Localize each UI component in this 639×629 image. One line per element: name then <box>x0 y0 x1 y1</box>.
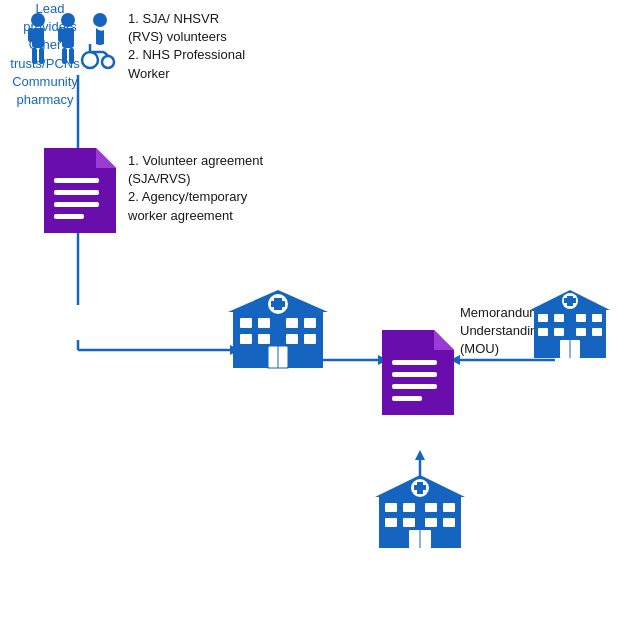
svg-rect-17 <box>39 48 44 64</box>
svg-line-29 <box>104 52 108 56</box>
people-label: 1. SJA/ NHSVR(RVS) volunteers2. NHS Prof… <box>128 10 328 83</box>
svg-rect-62 <box>564 298 576 303</box>
svg-rect-65 <box>576 314 586 322</box>
lead-provider-building <box>228 290 328 374</box>
svg-rect-66 <box>592 314 602 322</box>
svg-rect-47 <box>286 334 298 344</box>
mou-document-icon <box>382 330 454 419</box>
svg-point-12 <box>31 13 45 27</box>
svg-rect-56 <box>392 384 437 389</box>
diagram-container: 1. SJA/ NHSVR(RVS) volunteers2. NHS Prof… <box>0 0 639 629</box>
svg-rect-79 <box>403 503 415 512</box>
svg-rect-68 <box>554 328 564 336</box>
people-icons <box>20 10 120 79</box>
svg-rect-64 <box>554 314 564 322</box>
svg-rect-55 <box>392 372 437 377</box>
svg-rect-67 <box>538 328 548 336</box>
volunteer-document-icon <box>44 148 116 237</box>
svg-rect-44 <box>304 318 316 328</box>
community-pharmacy-building <box>375 475 465 554</box>
svg-rect-15 <box>39 28 44 42</box>
svg-rect-40 <box>271 301 285 307</box>
svg-rect-78 <box>385 503 397 512</box>
svg-rect-70 <box>592 328 602 336</box>
svg-point-26 <box>102 56 114 68</box>
svg-rect-45 <box>240 334 252 344</box>
svg-point-18 <box>61 13 75 27</box>
svg-rect-83 <box>403 518 415 527</box>
svg-rect-82 <box>385 518 397 527</box>
svg-rect-21 <box>69 28 74 42</box>
svg-rect-22 <box>62 48 67 64</box>
svg-rect-80 <box>425 503 437 512</box>
svg-marker-11 <box>415 450 425 460</box>
svg-marker-31 <box>96 148 116 168</box>
svg-rect-85 <box>443 518 455 527</box>
svg-rect-57 <box>392 396 422 401</box>
svg-rect-33 <box>54 190 99 195</box>
svg-rect-69 <box>576 328 586 336</box>
svg-rect-35 <box>54 214 84 219</box>
svg-rect-14 <box>28 28 33 42</box>
svg-rect-20 <box>58 28 63 42</box>
svg-rect-77 <box>414 485 426 490</box>
svg-rect-84 <box>425 518 437 527</box>
svg-rect-81 <box>443 503 455 512</box>
other-trusts-building <box>530 290 610 364</box>
svg-rect-23 <box>69 48 74 64</box>
svg-rect-63 <box>538 314 548 322</box>
svg-rect-54 <box>392 360 437 365</box>
svg-rect-42 <box>258 318 270 328</box>
svg-rect-41 <box>240 318 252 328</box>
volunteer-document-label: 1. Volunteer agreement(SJA/RVS)2. Agency… <box>128 152 338 225</box>
svg-point-25 <box>82 52 98 68</box>
svg-point-24 <box>93 13 107 27</box>
svg-rect-34 <box>54 202 99 207</box>
svg-rect-48 <box>304 334 316 344</box>
svg-rect-32 <box>54 178 99 183</box>
svg-rect-43 <box>286 318 298 328</box>
svg-marker-53 <box>434 330 454 350</box>
svg-rect-16 <box>32 48 37 64</box>
svg-rect-46 <box>258 334 270 344</box>
